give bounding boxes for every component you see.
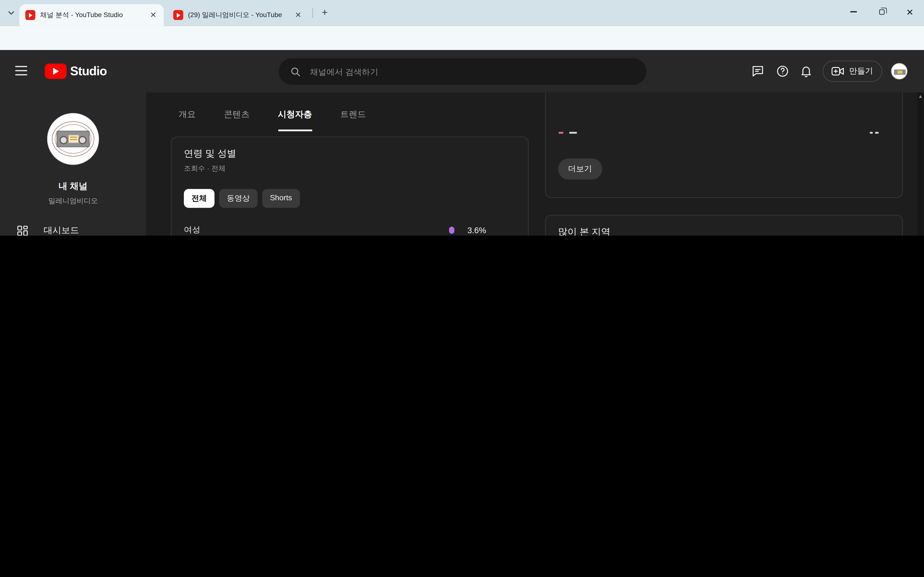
channel-avatar[interactable]	[47, 113, 99, 165]
youtube-favicon	[173, 10, 183, 20]
clipped-row-remnant	[870, 132, 873, 134]
browser-tab-inactive[interactable]: (29) 밀레니엄비디오 - YouTube ✕	[168, 4, 309, 26]
browser-tab-active[interactable]: 채널 분석 - YouTube Studio ✕	[19, 4, 164, 26]
clipped-card: 더보기	[545, 92, 903, 198]
scroll-up-arrow[interactable]: ▲	[918, 93, 923, 99]
stat-label: 여성	[184, 225, 376, 235]
channel-name: 밀레니엄비디오	[0, 196, 146, 206]
help-icon[interactable]	[775, 64, 790, 78]
restore-button[interactable]	[867, 0, 896, 24]
analytics-content: 개요콘텐츠시청자층트렌드 2019. 2. 10. ~ 2025. 12. 5.…	[146, 92, 924, 235]
clipped-row-remnant	[559, 132, 564, 134]
sidebar-item-label: 대시보드	[44, 225, 79, 235]
screen: 채널 분석 - YouTube Studio ✕ (29) 밀레니엄비디오 - …	[0, 0, 924, 235]
studio-logo-text: Studio	[70, 64, 107, 78]
sidebar: 내 채널 밀레니엄비디오 대시보드 콘텐츠 분석	[0, 92, 146, 235]
account-avatar[interactable]	[891, 63, 908, 80]
create-button[interactable]: 만들기	[823, 61, 882, 82]
card-title: 연령 및 성별	[184, 148, 516, 160]
analytics-tab[interactable]: 트렌드	[340, 109, 366, 131]
analytics-tab[interactable]: 개요	[179, 109, 195, 131]
filter-chips: 전체동영상Shorts	[184, 189, 516, 208]
browser-toolbar: ← → ↻ studio.youtube.com/channel/UCnnLZs…	[0, 26, 924, 50]
channel-search-input[interactable]	[309, 66, 635, 77]
create-video-icon	[832, 66, 845, 76]
tab-title: (29) 밀레니엄비디오 - YouTube	[188, 11, 290, 19]
analytics-tab[interactable]: 콘텐츠	[224, 109, 250, 131]
filter-chip[interactable]: Shorts	[262, 189, 300, 208]
tab-search-icon[interactable]	[5, 6, 18, 19]
page-scrollbar[interactable]: ▲	[918, 92, 923, 235]
tab-close-icon[interactable]: ✕	[294, 10, 303, 20]
analytics-tabs: 개요콘텐츠시청자층트렌드	[179, 109, 366, 131]
app-header: Studio 만들기	[0, 50, 924, 92]
tab-close-icon[interactable]: ✕	[149, 10, 158, 20]
channel-search-bar[interactable]	[279, 58, 646, 85]
youtube-studio-app: Studio 만들기	[0, 50, 924, 235]
browser-tabstrip: 채널 분석 - YouTube Studio ✕ (29) 밀레니엄비디오 - …	[0, 0, 924, 26]
age-gender-card: 연령 및 성별 조회수 · 전체 전체동영상Shorts 여성 3.6% 남성	[171, 137, 529, 235]
filter-chip[interactable]: 전체	[184, 189, 215, 208]
clipped-row-remnant	[875, 132, 879, 134]
tab-separator	[312, 8, 313, 18]
see-more-button[interactable]: 더보기	[558, 158, 602, 180]
create-label: 만들기	[849, 66, 873, 76]
top-regions-card: 많이 본 지역 조회수 · 전체 대한민국 89.6% 베트남 0.7%	[545, 215, 903, 235]
feedback-comment-icon[interactable]	[751, 64, 765, 78]
sidebar-nav: 대시보드 콘텐츠 분석 커뮤니티 자막	[0, 216, 146, 235]
gender-rows: 여성 3.6% 남성 96.4% 사용자가 지정 0%	[184, 219, 516, 235]
close-button[interactable]: ✕	[896, 0, 924, 24]
youtube-logo-icon	[45, 63, 67, 79]
youtube-favicon	[25, 10, 36, 20]
sidebar-item[interactable]: 대시보드	[0, 216, 146, 235]
new-tab-button[interactable]: +	[318, 6, 332, 20]
card-subtitle: 조회수 · 전체	[184, 164, 516, 174]
search-icon	[291, 66, 300, 77]
studio-logo[interactable]: Studio	[45, 63, 107, 79]
channel-title: 내 채널	[0, 181, 146, 192]
minimize-button[interactable]	[839, 0, 867, 24]
filter-chip[interactable]: 동영상	[219, 189, 257, 208]
clipped-row-remnant	[569, 132, 577, 134]
menu-icon[interactable]	[15, 66, 27, 78]
analytics-tab[interactable]: 시청자층	[278, 109, 312, 131]
stat-value: 3.6%	[454, 226, 486, 235]
card-title: 많이 본 지역	[558, 226, 890, 235]
stat-row[interactable]: 여성 3.6%	[184, 219, 516, 235]
window-controls: ✕	[839, 0, 924, 24]
vhs-tape-image	[57, 131, 89, 147]
stat-bar	[449, 227, 454, 234]
tab-title: 채널 분석 - YouTube Studio	[40, 11, 145, 19]
notifications-bell-icon[interactable]	[799, 64, 813, 78]
dashboard-icon	[15, 223, 30, 235]
